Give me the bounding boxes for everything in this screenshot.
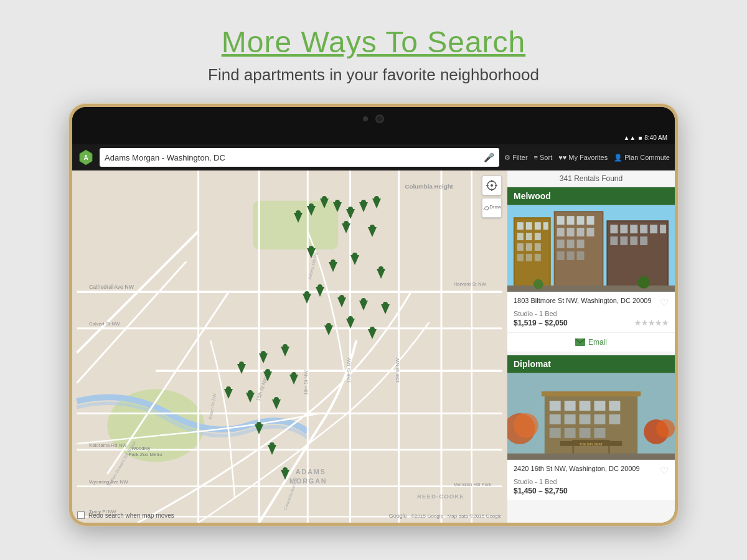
listing-price-diplomat: $1,450 – $2,750 xyxy=(514,487,669,495)
map-pin[interactable] xyxy=(263,371,272,381)
listing-image-melwood xyxy=(507,205,675,292)
microphone-icon[interactable]: 🎤 xyxy=(484,152,494,162)
map-pin[interactable] xyxy=(272,399,281,409)
map-pin[interactable] xyxy=(259,353,268,363)
filter-icon: ⚙ xyxy=(504,154,510,162)
map-controls: Draw xyxy=(482,175,502,218)
map-pin[interactable] xyxy=(359,202,368,212)
map-pin[interactable] xyxy=(307,206,316,216)
svg-rect-93 xyxy=(630,236,637,245)
tablet-camera-bar xyxy=(72,107,675,131)
google-logo: Google xyxy=(389,513,407,519)
favorites-button[interactable]: ♥♥ My Favorites xyxy=(558,154,608,161)
sort-icon: ≡ xyxy=(534,154,538,161)
map-pin[interactable] xyxy=(255,424,263,434)
svg-text:A: A xyxy=(83,154,88,161)
map-pin[interactable] xyxy=(342,223,350,233)
map-pin[interactable] xyxy=(281,347,289,357)
app-navbar: A Adams Morgan - Washington, DC 🎤 ⚙ Filt… xyxy=(72,144,675,170)
svg-rect-62 xyxy=(526,243,532,251)
svg-rect-64 xyxy=(517,254,524,261)
map-pin[interactable] xyxy=(320,198,329,208)
redo-label: Redo search when map moves xyxy=(88,512,174,519)
svg-rect-71 xyxy=(577,216,585,225)
sort-button[interactable]: ≡ Sort xyxy=(534,154,553,161)
svg-rect-109 xyxy=(580,401,591,411)
svg-rect-73 xyxy=(557,228,565,236)
tablet-inner: ▲▲ ■ 8:40 AM A Adams Morgan - Washington… xyxy=(72,107,675,523)
svg-point-96 xyxy=(533,279,543,289)
person-icon: 👤 xyxy=(614,154,622,162)
svg-rect-76 xyxy=(587,228,594,236)
map-pin[interactable] xyxy=(337,297,346,307)
map-pin[interactable] xyxy=(281,470,289,480)
svg-rect-110 xyxy=(594,401,605,411)
listing-card-diplomat[interactable]: Diplomat xyxy=(507,355,675,500)
listing-card-melwood[interactable]: Melwood xyxy=(507,187,675,352)
map-pin[interactable] xyxy=(268,445,276,455)
nav-actions: ⚙ Filter ≡ Sort ♥♥ My Favorites 👤 Plan C… xyxy=(504,154,670,162)
svg-rect-61 xyxy=(517,243,524,251)
email-icon xyxy=(575,338,585,346)
svg-rect-59 xyxy=(526,233,532,240)
svg-rect-74 xyxy=(567,228,575,236)
filter-button[interactable]: ⚙ Filter xyxy=(504,154,527,162)
draw-button[interactable]: Draw xyxy=(482,198,502,218)
map-pin[interactable] xyxy=(237,364,246,374)
map-pin[interactable] xyxy=(346,319,355,329)
svg-rect-69 xyxy=(557,216,565,225)
svg-rect-120 xyxy=(594,428,605,438)
map-pin[interactable] xyxy=(372,198,381,208)
map-pin[interactable] xyxy=(368,227,377,237)
heart-listing-icon-diplomat[interactable]: ♡ xyxy=(660,465,669,477)
map-pin[interactable] xyxy=(346,209,355,219)
camera-dot xyxy=(363,116,368,121)
map-pin[interactable] xyxy=(359,301,368,310)
svg-rect-92 xyxy=(620,236,627,245)
svg-rect-125 xyxy=(507,454,675,460)
svg-rect-55 xyxy=(526,222,532,230)
listing-stars-melwood: ★★★★★ xyxy=(634,319,669,327)
svg-rect-78 xyxy=(567,240,575,248)
svg-rect-117 xyxy=(550,428,561,438)
commute-button[interactable]: 👤 Plan Commute xyxy=(614,154,670,162)
email-button-melwood[interactable]: Email xyxy=(507,332,675,352)
map-pin[interactable] xyxy=(324,325,333,335)
map-pin[interactable] xyxy=(316,287,324,297)
map-pin[interactable] xyxy=(246,393,255,403)
map-pin[interactable] xyxy=(377,269,385,279)
search-text: Adams Morgan - Washington, DC xyxy=(105,153,225,162)
redo-checkbox[interactable] xyxy=(77,511,85,519)
svg-point-46 xyxy=(491,184,493,187)
results-count: 341 Rentals Found xyxy=(507,170,675,187)
svg-rect-82 xyxy=(577,251,585,260)
map-pin[interactable] xyxy=(333,202,342,212)
map-pin[interactable] xyxy=(368,329,377,339)
map-pin[interactable] xyxy=(303,294,311,304)
svg-rect-66 xyxy=(535,254,541,261)
svg-rect-108 xyxy=(565,401,576,411)
location-target-button[interactable] xyxy=(482,175,502,195)
time-display: 8:40 AM xyxy=(644,134,667,141)
heart-icon: ♥♥ xyxy=(558,154,566,161)
heart-listing-icon-melwood[interactable]: ♡ xyxy=(660,297,669,309)
map-pin[interactable] xyxy=(294,213,303,223)
svg-rect-119 xyxy=(580,428,591,438)
map-pin[interactable] xyxy=(350,255,359,265)
svg-rect-116 xyxy=(609,414,620,424)
map-background: Cathedral Ave NW Calvert St NW Kalorama … xyxy=(72,170,507,523)
svg-rect-70 xyxy=(567,216,575,225)
map-copyright: Google ©2015 Google · Map data ©2015 Goo… xyxy=(389,513,502,519)
map-pin[interactable] xyxy=(307,248,316,258)
map-footer: Redo search when map moves xyxy=(77,511,174,519)
app-screen: A Adams Morgan - Washington, DC 🎤 ⚙ Filt… xyxy=(72,144,675,523)
map-pin[interactable] xyxy=(224,389,233,399)
map-pin[interactable] xyxy=(289,375,298,385)
map-pin[interactable] xyxy=(381,304,390,314)
search-bar[interactable]: Adams Morgan - Washington, DC 🎤 xyxy=(100,148,499,167)
svg-rect-60 xyxy=(535,233,541,240)
map-area[interactable]: Cathedral Ave NW Calvert St NW Kalorama … xyxy=(72,170,507,523)
map-pin[interactable] xyxy=(329,262,337,272)
page-subtitle: Find apartments in your favorite neighbo… xyxy=(208,65,539,85)
page-header: More Ways To Search Find apartments in y… xyxy=(208,0,539,97)
